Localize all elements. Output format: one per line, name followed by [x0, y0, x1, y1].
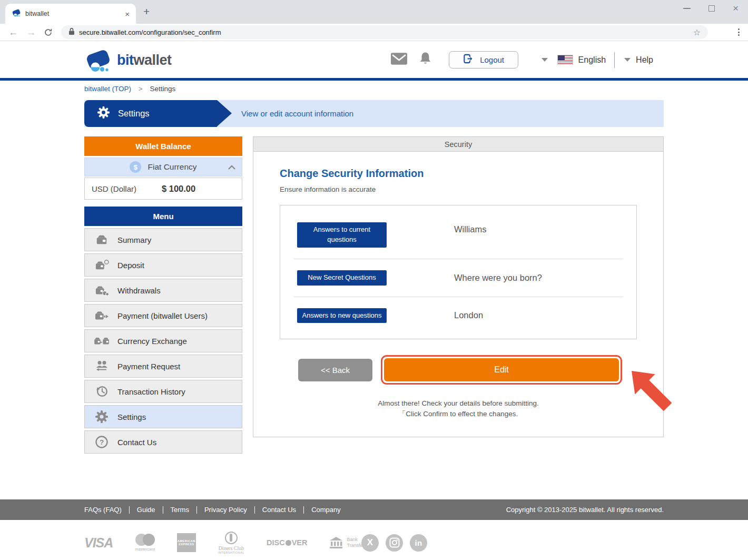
footer-link-guide[interactable]: Guide — [130, 506, 163, 514]
us-flag-icon — [557, 55, 573, 65]
wallet-balance-header: Wallet Balance — [84, 136, 242, 156]
fiat-currency-label: Fiat Currency — [147, 162, 196, 172]
lock-icon — [68, 27, 75, 37]
wallet-withdraw-icon — [93, 284, 110, 297]
breadcrumb: bitwallet (TOP) > Settings — [84, 85, 175, 93]
footer-link-privacy[interactable]: Privacy Policy — [197, 506, 255, 514]
balance-amount: $ 100.00 — [162, 184, 195, 194]
help-link[interactable]: Help — [636, 55, 653, 65]
sidebar-item-contact-us[interactable]: ? Contact Us — [84, 430, 242, 454]
window-maximize-icon[interactable] — [708, 5, 715, 12]
row-value: Williams — [454, 222, 486, 234]
people-icon — [93, 360, 110, 372]
sidebar-item-payment[interactable]: Payment (bitwallet Users) — [84, 304, 242, 327]
instagram-icon[interactable] — [386, 534, 403, 552]
security-panel: Security Change Security Information Ens… — [253, 136, 664, 437]
linkedin-icon[interactable]: in — [410, 534, 427, 552]
browser-tab[interactable]: bitwallet × — [5, 4, 136, 24]
page-subtitle: Ensure information is accurate — [280, 185, 663, 193]
edit-button[interactable]: Edit — [384, 358, 619, 381]
row-label: Answers to new questions — [297, 308, 387, 323]
bell-icon[interactable] — [419, 52, 432, 68]
annotation-arrow-icon — [623, 363, 682, 423]
back-nav-icon[interactable]: ← — [8, 27, 18, 38]
bookmark-star-icon[interactable]: ☆ — [693, 27, 701, 37]
url-bar[interactable]: secure.bitwallet.com/configuration/sec_c… — [61, 25, 708, 39]
language-caret-icon[interactable] — [542, 58, 548, 62]
sidebar-item-payment-request[interactable]: Payment Request — [84, 355, 242, 378]
forward-nav-icon[interactable]: → — [26, 27, 36, 38]
browser-menu-icon[interactable] — [738, 28, 740, 36]
window-close-icon[interactable]: × — [733, 5, 739, 12]
fiat-currency-toggle[interactable]: $ Fiat Currency — [84, 158, 242, 176]
social-icons: X in — [361, 534, 427, 552]
sidebar-item-deposit[interactable]: Deposit — [84, 253, 242, 277]
footer-link-contact[interactable]: Contact Us — [255, 506, 304, 514]
wallet-icon — [93, 233, 110, 246]
svg-text:?: ? — [100, 438, 104, 446]
settings-banner: Settings View or edit account informatio… — [84, 100, 664, 127]
site-header: bitwallet Logout English Help — [0, 42, 748, 78]
brand-wallet: wallet — [134, 52, 172, 68]
back-button[interactable]: << Back — [298, 359, 372, 381]
wallet-deposit-icon — [93, 259, 110, 271]
note-line-1: Almost there! Check your details before … — [253, 398, 663, 409]
form-row-new-answers: Answers to new questions London — [280, 308, 636, 323]
edit-button-highlight: Edit — [381, 355, 622, 385]
chevron-up-icon — [228, 165, 235, 170]
mail-icon[interactable] — [391, 53, 407, 67]
footer-link-faqs[interactable]: FAQs (FAQ) — [84, 506, 130, 514]
wallet-exchange-icon — [93, 335, 110, 347]
sidebar-item-currency-exchange[interactable]: Currency Exchange — [84, 329, 242, 352]
confirmation-note: Almost there! Check your details before … — [253, 398, 663, 419]
form-row-new-question: New Secret Questions Where were you born… — [280, 270, 636, 286]
wallet-payment-icon — [93, 309, 110, 322]
breadcrumb-separator: > — [139, 85, 143, 93]
copyright-text: Copyright © 2013-2025 bitwallet. All rig… — [506, 506, 664, 514]
logout-icon — [462, 53, 474, 66]
window-minimize-icon[interactable] — [683, 8, 691, 9]
sidebar-item-settings[interactable]: Settings — [84, 405, 242, 428]
row-divider — [294, 259, 623, 259]
url-text[interactable]: secure.bitwallet.com/configuration/sec_c… — [79, 28, 221, 36]
refresh-icon[interactable] — [44, 28, 53, 37]
balance-row: USD (Dollar) $ 100.00 — [84, 178, 242, 200]
balance-currency: USD (Dollar) — [92, 184, 136, 193]
x-icon[interactable]: X — [361, 534, 379, 552]
help-caret-icon[interactable] — [624, 58, 631, 62]
gear-icon — [97, 106, 110, 121]
breadcrumb-home-link[interactable]: bitwallet (TOP) — [84, 85, 131, 93]
gear-icon — [93, 410, 110, 424]
bitwallet-logo[interactable]: bitwallet — [84, 48, 172, 72]
form-row-current-answers: Answers to current questions Williams — [280, 222, 636, 248]
panel-title: Security — [253, 137, 663, 152]
browser-toolbar: ← → secure.bitwallet.com/configuration/s… — [0, 24, 748, 41]
favicon-bitwallet-icon — [12, 8, 21, 19]
new-tab-button[interactable]: + — [143, 5, 150, 18]
footer-link-company[interactable]: Company — [304, 506, 348, 514]
dollar-coin-icon: $ — [130, 161, 141, 173]
logout-button[interactable]: Logout — [449, 51, 518, 68]
sidebar-item-withdrawals[interactable]: Withdrawals — [84, 279, 242, 302]
note-line-2: 「Click Confirm to effect the changes. — [253, 409, 663, 419]
tab-strip: bitwallet × + × — [0, 0, 748, 24]
sidebar-item-summary[interactable]: Summary — [84, 228, 242, 251]
bitwallet-logo-icon — [84, 48, 112, 72]
mastercard-logo: mastercard — [135, 534, 155, 552]
button-row: << Back Edit — [298, 355, 663, 385]
discover-logo: DISCVER — [267, 538, 307, 547]
banner-subtitle: View or edit account information — [241, 109, 353, 118]
row-divider — [294, 297, 623, 297]
sidebar-item-transaction-history[interactable]: Transaction History — [84, 380, 242, 403]
row-value: London — [454, 308, 483, 320]
language-label[interactable]: English — [578, 55, 606, 65]
header-divider — [614, 52, 615, 68]
tab-close-icon[interactable]: × — [125, 9, 130, 18]
history-clock-icon — [93, 385, 110, 398]
footer-link-terms[interactable]: Terms — [163, 506, 197, 514]
payment-logos-row: VISA mastercard AMERICAN EXPRESS Diners … — [84, 527, 664, 558]
sidebar: Wallet Balance $ Fiat Currency USD (Doll… — [84, 136, 242, 454]
footer-links: FAQs (FAQ) Guide Terms Privacy Policy Co… — [84, 506, 348, 514]
confirm-form: Answers to current questions Williams Ne… — [280, 205, 637, 339]
row-value: Where were you born? — [454, 273, 542, 283]
